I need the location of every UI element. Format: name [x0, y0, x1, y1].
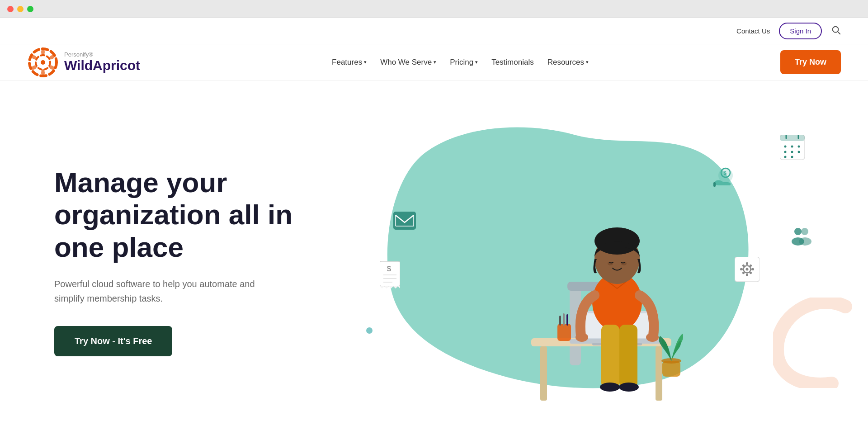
svg-point-42 [794, 228, 802, 235]
svg-point-4 [41, 60, 45, 65]
hero-section: Manage your organization all in one plac… [0, 80, 868, 415]
sign-in-button[interactable]: Sign In [779, 23, 822, 39]
logo-personify-label: Personify® [64, 51, 140, 58]
nav-links: Features ▾ Who We Serve ▾ Pricing ▾ Test… [332, 58, 589, 67]
svg-rect-65 [559, 316, 561, 326]
svg-rect-30 [713, 182, 716, 187]
svg-point-8 [41, 70, 45, 76]
chevron-down-icon: ▾ [434, 59, 436, 65]
main-nav: Personify® WildApricot Features ▾ Who We… [0, 44, 868, 80]
svg-point-79 [600, 383, 620, 392]
nav-item-pricing[interactable]: Pricing ▾ [450, 58, 478, 67]
svg-point-45 [799, 237, 811, 246]
svg-rect-36 [740, 268, 743, 270]
svg-point-21 [798, 146, 800, 148]
contact-us-link[interactable]: Contact Us [736, 27, 770, 35]
nav-link-pricing[interactable]: Pricing ▾ [450, 58, 478, 67]
utility-bar: Contact Us Sign In [0, 18, 868, 44]
svg-point-20 [791, 146, 793, 148]
svg-text:$: $ [387, 265, 391, 273]
calendar-icon [780, 135, 805, 161]
svg-rect-16 [780, 135, 805, 141]
members-icon [789, 225, 814, 247]
hero-illustration: $ [348, 108, 841, 415]
logo[interactable]: Personify® WildApricot [27, 47, 140, 78]
hero-title: Manage your organization all in one plac… [54, 166, 348, 263]
nav-item-resources[interactable]: Resources ▾ [547, 58, 589, 67]
svg-point-70 [576, 333, 588, 342]
nav-item-features[interactable]: Features ▾ [332, 58, 367, 67]
close-button[interactable] [7, 6, 14, 12]
chevron-down-icon: ▾ [475, 59, 478, 65]
receipt-icon: $ [380, 261, 400, 290]
search-icon[interactable] [831, 25, 841, 37]
window-chrome [0, 0, 868, 18]
nav-link-testimonials[interactable]: Testimonials [491, 58, 534, 67]
svg-rect-78 [619, 325, 637, 388]
minimize-button[interactable] [17, 6, 24, 12]
svg-point-43 [801, 228, 808, 235]
svg-rect-35 [746, 274, 748, 276]
svg-rect-77 [601, 325, 619, 388]
svg-rect-64 [557, 324, 571, 341]
svg-point-80 [619, 383, 639, 392]
chevron-down-icon: ▾ [586, 59, 589, 65]
svg-line-1 [838, 32, 840, 34]
nav-link-resources[interactable]: Resources ▾ [547, 58, 589, 67]
decorative-dot [366, 327, 373, 334]
svg-rect-11 [393, 212, 416, 230]
svg-point-26 [791, 156, 793, 158]
nav-item-who-we-serve[interactable]: Who We Serve ▾ [380, 58, 436, 67]
email-icon [393, 212, 416, 232]
svg-rect-66 [563, 313, 565, 326]
hero-content: Manage your organization all in one plac… [54, 166, 348, 356]
logo-wildapricot-label: WildApricot [64, 58, 140, 73]
nav-link-features[interactable]: Features ▾ [332, 58, 367, 67]
maximize-button[interactable] [27, 6, 33, 12]
try-free-button[interactable]: Try Now - It's Free [54, 326, 172, 356]
svg-point-19 [784, 146, 787, 148]
svg-rect-55 [540, 346, 547, 401]
svg-rect-67 [566, 314, 568, 326]
settings-icon [735, 257, 760, 284]
try-now-button[interactable]: Try Now [780, 50, 841, 74]
hero-subtitle: Powerful cloud software to help you auto… [54, 277, 280, 306]
svg-rect-34 [746, 262, 748, 265]
svg-point-71 [646, 333, 659, 342]
logo-icon [27, 47, 59, 78]
svg-point-74 [594, 227, 640, 255]
svg-point-24 [798, 151, 800, 153]
person-illustration [504, 162, 685, 415]
svg-rect-37 [751, 268, 754, 270]
svg-point-5 [41, 49, 45, 55]
chevron-down-icon: ▾ [364, 59, 367, 65]
nav-link-who-we-serve[interactable]: Who We Serve ▾ [380, 58, 436, 67]
payment-icon: $ [710, 166, 741, 191]
nav-item-testimonials[interactable]: Testimonials [491, 58, 534, 67]
logo-text: Personify® WildApricot [64, 51, 140, 73]
svg-text:$: $ [724, 170, 726, 176]
svg-point-33 [746, 268, 749, 271]
svg-point-25 [784, 156, 787, 158]
svg-rect-56 [656, 346, 662, 401]
deco-c-shape [773, 298, 854, 388]
svg-rect-69 [604, 284, 631, 320]
svg-point-22 [784, 151, 787, 153]
svg-point-23 [791, 151, 793, 153]
